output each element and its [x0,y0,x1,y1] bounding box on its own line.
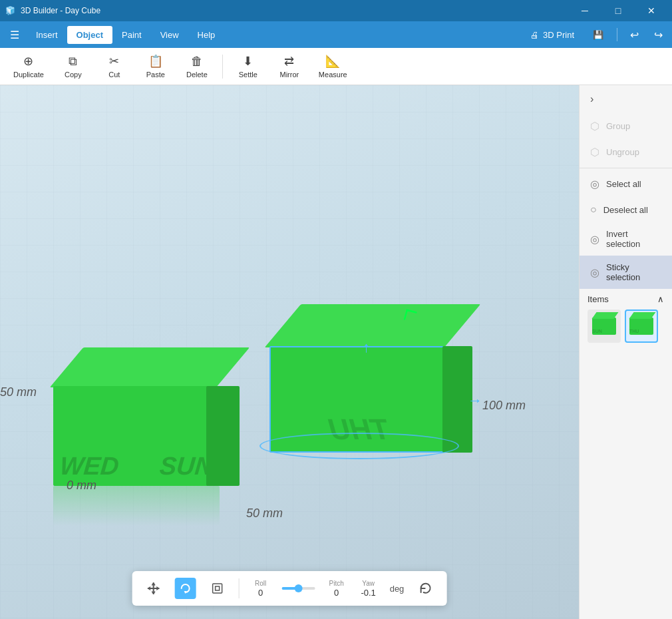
viewport[interactable]: WED SUN THU ↑ → [0,85,579,619]
minimize-button[interactable]: ─ [570,0,600,21]
item1-label: SUN [592,329,602,333]
sticky-selection-label: Sticky selection [606,262,661,282]
invert-selection-icon: ◎ [590,233,599,246]
toolbar-separator [222,55,223,79]
right-sidebar: › ⬡ Group ⬡ Ungroup ◎ Select all ○ Desel… [579,85,672,619]
roll-value: 0 [250,588,271,598]
menu-item-view[interactable]: View [151,26,188,44]
menu-bar: ☰ Insert Object Paint View Help 🖨 3D Pri… [0,21,672,48]
transform-arrow-right: → [468,392,482,409]
menu-item-insert[interactable]: Insert [27,26,67,44]
menu-item-paint[interactable]: Paint [112,26,151,44]
move-tool-button[interactable] [143,578,164,599]
bottom-bar: Roll 0 Pitch 0 Yaw -0.1 deg [132,571,447,606]
delete-label: Delete [186,71,208,79]
menu-divider [617,28,617,41]
scale-tool-button[interactable] [207,578,228,599]
menu-item-object[interactable]: Object [67,26,112,44]
reset-rotation-button[interactable] [415,578,436,599]
unit-label: deg [390,584,405,594]
measure-button[interactable]: 📐 Measure [311,51,355,81]
duplicate-button[interactable]: ⊕ Duplicate [5,51,52,81]
cut-icon: ✂ [109,54,119,69]
cube-left-side [206,386,240,486]
item-thumb-2[interactable]: THU [625,310,658,343]
save-button[interactable]: 💾 [585,26,611,44]
item2-label: THU [629,329,639,333]
undo-redo-group: ↩ ↪ [623,23,669,46]
deselect-all-icon: ○ [590,204,597,216]
close-button[interactable]: ✕ [636,0,667,21]
sidebar-collapse-button[interactable]: › [580,85,672,113]
items-grid: SUN THU [588,310,664,343]
copy-button[interactable]: ⧉ Copy [53,52,93,81]
cube-left-top [50,347,250,387]
mirror-icon: ⇄ [284,54,294,69]
sidebar-divider-1 [580,168,672,168]
delete-icon: 🗑 [191,55,203,69]
yaw-label: Yaw [362,580,375,587]
duplicate-label: Duplicate [13,71,44,79]
yaw-value: -0.1 [358,588,379,598]
rotate-tool-button[interactable] [175,578,196,599]
redo-button[interactable]: ↪ [647,23,669,46]
select-all-action[interactable]: ◎ Select all [580,171,672,197]
select-all-icon: ◎ [590,178,599,190]
cube-left-text-wed: WED [59,452,120,481]
items-label: Items [588,294,609,304]
ungroup-icon: ⬡ [590,146,599,158]
roll-slider[interactable] [282,587,315,590]
invert-selection-action[interactable]: ◎ Invert selection [580,222,672,256]
item2-cube-preview: THU [629,317,653,335]
sticky-selection-icon: ◎ [590,266,599,279]
svg-rect-1 [213,584,222,593]
item1-cube-preview: SUN [592,317,616,335]
invert-selection-label: Invert selection [606,229,661,249]
items-collapse-icon: ∧ [657,294,664,304]
item-thumb-1[interactable]: SUN [588,310,621,343]
title-bar: 🧊 3D Builder - Day Cube ─ □ ✕ [0,0,672,21]
sticky-selection-action[interactable]: ◎ Sticky selection [580,256,672,289]
measurement-0mm: 0 mm [67,479,96,493]
group-icon: ⬡ [590,120,599,132]
paste-button[interactable]: 📋 Paste [136,51,176,81]
hamburger-menu[interactable]: ☰ [3,23,27,47]
undo-button[interactable]: ↩ [623,23,645,46]
cube-left-front: WED SUN [53,386,220,486]
cube-thu[interactable]: THU ↑ → [259,300,472,453]
cut-label: Cut [108,71,120,79]
3d-print-button[interactable]: 🖨 3D Print [522,26,582,44]
measure-label: Measure [319,71,347,79]
deselect-all-action[interactable]: ○ Deselect all [580,197,672,222]
selection-ellipse [259,433,459,459]
measurement-50mm-left: 50 mm [0,385,37,399]
ungroup-action[interactable]: ⬡ Ungroup [580,139,672,165]
window-title: 3D Builder - Day Cube [21,6,100,15]
cube-wed-sun[interactable]: WED SUN [40,353,240,486]
roll-slider-thumb [295,584,303,592]
3d-print-icon: 🖨 [530,30,539,40]
roll-field: Roll 0 [250,580,271,598]
measurement-50mm-bottom: 50 mm [246,507,283,520]
mirror-label: Mirror [280,71,299,79]
items-header[interactable]: Items ∧ [588,294,664,304]
copy-label: Copy [65,71,82,79]
measure-icon: 📐 [325,54,340,69]
paste-icon: 📋 [148,54,163,69]
cube-right-top [265,304,481,347]
delete-button[interactable]: 🗑 Delete [177,52,217,81]
copy-icon: ⧉ [69,55,77,69]
cut-button[interactable]: ✂ Cut [94,51,134,81]
group-action[interactable]: ⬡ Group [580,113,672,139]
save-icon: 💾 [593,30,603,40]
app-icon: 🧊 [5,6,15,15]
settle-button[interactable]: ⬇ Settle [228,51,268,81]
menu-item-help[interactable]: Help [188,26,225,44]
paste-label: Paste [146,71,165,79]
main-layout: WED SUN THU ↑ → [0,85,672,619]
maximize-button[interactable]: □ [603,0,633,21]
pitch-field: Pitch 0 [326,580,347,598]
mirror-button[interactable]: ⇄ Mirror [269,51,309,81]
group-label: Group [606,121,630,131]
bb-divider-1 [239,578,240,598]
